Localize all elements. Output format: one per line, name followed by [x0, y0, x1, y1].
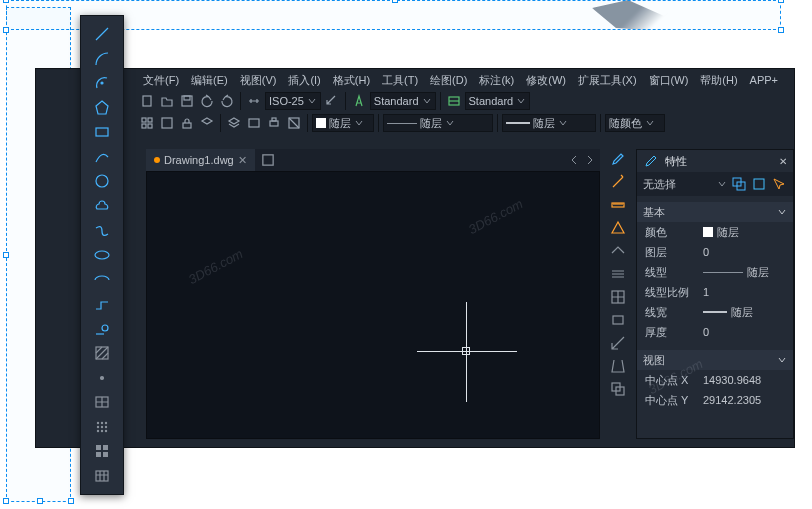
menu-dim[interactable]: 标注(k): [474, 71, 519, 90]
prop-row-center-x[interactable]: 中心点 X14930.9648: [637, 370, 793, 390]
dots-tool-icon[interactable]: [90, 417, 114, 438]
handle[interactable]: [3, 0, 9, 3]
lineweight-combo[interactable]: 随层: [502, 114, 596, 132]
scale-icon[interactable]: [610, 335, 628, 353]
rect-r-icon[interactable]: [610, 312, 628, 330]
polyline-tool-icon[interactable]: [90, 294, 114, 315]
hatch-tool-icon[interactable]: [90, 343, 114, 364]
color-layer-combo[interactable]: 随层: [312, 114, 374, 132]
layer-tool1-icon[interactable]: [225, 114, 243, 132]
group-basic[interactable]: 基本: [637, 202, 793, 222]
handle[interactable]: [37, 498, 43, 504]
save-icon[interactable]: [178, 92, 196, 110]
menu-window[interactable]: 窗口(W): [644, 71, 694, 90]
ellipse-arc-tool-icon[interactable]: [90, 269, 114, 290]
tile-icon[interactable]: [138, 114, 156, 132]
menu-view[interactable]: 视图(V): [235, 71, 282, 90]
layer-tool2-icon[interactable]: [245, 114, 263, 132]
polygon-tool-icon[interactable]: [90, 98, 114, 119]
spline-tool-icon[interactable]: [90, 220, 114, 241]
wand-icon[interactable]: [610, 174, 628, 192]
point-tool-icon[interactable]: [90, 367, 114, 388]
menu-tools[interactable]: 工具(T): [377, 71, 423, 90]
add-tab-icon[interactable]: [259, 151, 277, 169]
linetype-combo[interactable]: 随层: [383, 114, 493, 132]
drawing-canvas[interactable]: [146, 171, 600, 439]
arc-center-tool-icon[interactable]: [90, 73, 114, 94]
handle[interactable]: [3, 27, 9, 33]
prop-row-lweight[interactable]: 线宽随层: [637, 302, 793, 322]
prop-row-layer[interactable]: 图层0: [637, 242, 793, 262]
handle[interactable]: [778, 0, 784, 3]
svg-rect-22: [143, 96, 151, 106]
rectangle-tool-icon[interactable]: [90, 122, 114, 143]
lock-icon[interactable]: [178, 114, 196, 132]
menu-app[interactable]: APP+: [745, 72, 783, 88]
ruler-icon[interactable]: [610, 197, 628, 215]
warn-icon[interactable]: [610, 220, 628, 238]
table-tool-icon[interactable]: [90, 466, 114, 487]
menu-format[interactable]: 格式(H): [328, 71, 375, 90]
quick-select-icon[interactable]: [731, 176, 747, 192]
draft-icon[interactable]: [610, 358, 628, 376]
prop-row-linetype[interactable]: 线型随层: [637, 262, 793, 282]
handle[interactable]: [392, 0, 398, 3]
group-view[interactable]: 视图: [637, 350, 793, 370]
prop-row-lscale[interactable]: 线型比例1: [637, 282, 793, 302]
prop-row-color[interactable]: 颜色随层: [637, 222, 793, 242]
copy-r-icon[interactable]: [610, 381, 628, 399]
selection-value[interactable]: 无选择: [643, 177, 713, 192]
grid-tool-icon[interactable]: [90, 441, 114, 462]
tablestyle-combo[interactable]: Standard: [465, 92, 531, 110]
toggle-pickadd-icon[interactable]: [771, 176, 787, 192]
dim-tool-icon[interactable]: [323, 92, 341, 110]
select-objects-icon[interactable]: [751, 176, 767, 192]
textstyle-combo[interactable]: Standard: [370, 92, 436, 110]
tab-next-icon[interactable]: [584, 154, 596, 166]
prop-row-thickness[interactable]: 厚度0: [637, 322, 793, 342]
layer-tool3-icon[interactable]: [285, 114, 303, 132]
line-tool-icon[interactable]: [90, 24, 114, 45]
menu-insert[interactable]: 插入(I): [283, 71, 325, 90]
chevron-down-icon[interactable]: [717, 179, 727, 189]
undo-icon[interactable]: [198, 92, 216, 110]
menu-modify[interactable]: 修改(W): [521, 71, 571, 90]
tablestyle-icon[interactable]: [445, 92, 463, 110]
grid-r-icon[interactable]: [610, 289, 628, 307]
stack-icon[interactable]: [610, 266, 628, 284]
divide-tool-icon[interactable]: [90, 392, 114, 413]
menu-help[interactable]: 帮助(H): [695, 71, 742, 90]
layer-icon[interactable]: [198, 114, 216, 132]
arc-tool-icon[interactable]: [90, 49, 114, 70]
tab-prev-icon[interactable]: [568, 154, 580, 166]
document-tab[interactable]: Drawing1.dwg ✕: [146, 149, 255, 171]
dimstyle-combo[interactable]: ISO-25: [265, 92, 321, 110]
menu-ext[interactable]: 扩展工具(X): [573, 71, 642, 90]
plotstyle-combo[interactable]: 随颜色: [605, 114, 665, 132]
textstyle-icon[interactable]: [350, 92, 368, 110]
menu-edit[interactable]: 编辑(E): [186, 71, 233, 90]
cloud-tool-icon[interactable]: [90, 196, 114, 217]
handle[interactable]: [68, 498, 74, 504]
handle[interactable]: [3, 252, 9, 258]
menu-draw[interactable]: 绘图(D): [425, 71, 472, 90]
print-icon[interactable]: [265, 114, 283, 132]
circle-tool-icon[interactable]: [90, 171, 114, 192]
open-icon[interactable]: [158, 92, 176, 110]
new-icon[interactable]: [138, 92, 156, 110]
redo-icon[interactable]: [218, 92, 236, 110]
dim-icon[interactable]: [245, 92, 263, 110]
properties-header[interactable]: 特性 ✕: [637, 150, 793, 172]
brush-icon[interactable]: [610, 151, 628, 169]
menu-file[interactable]: 文件(F): [138, 71, 184, 90]
close-tab-icon[interactable]: ✕: [238, 154, 247, 167]
curve-tool-icon[interactable]: [90, 147, 114, 168]
measure-icon[interactable]: [610, 243, 628, 261]
ellipse-tool-icon[interactable]: [90, 245, 114, 266]
handle[interactable]: [778, 27, 784, 33]
prop-row-center-y[interactable]: 中心点 Y29142.2305: [637, 390, 793, 410]
close-icon[interactable]: ✕: [779, 156, 787, 167]
window-icon[interactable]: [158, 114, 176, 132]
tangent-circle-tool-icon[interactable]: [90, 318, 114, 339]
handle[interactable]: [3, 498, 9, 504]
